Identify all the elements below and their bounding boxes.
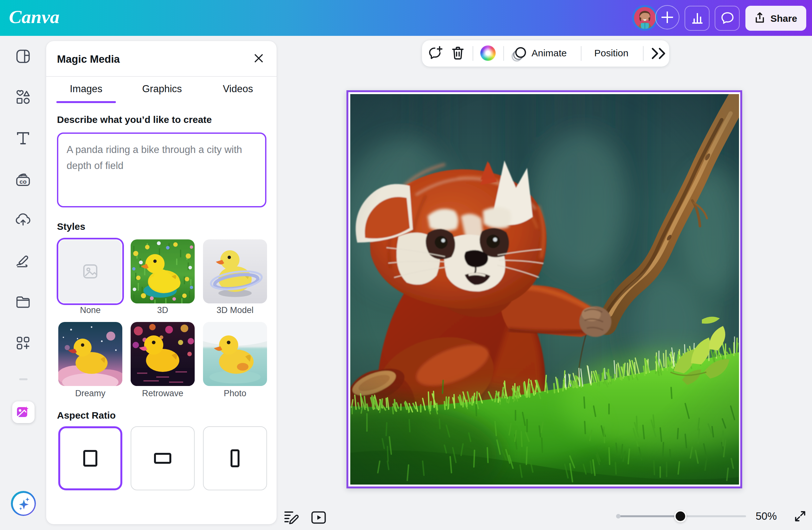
svg-text:co: co xyxy=(19,178,27,185)
